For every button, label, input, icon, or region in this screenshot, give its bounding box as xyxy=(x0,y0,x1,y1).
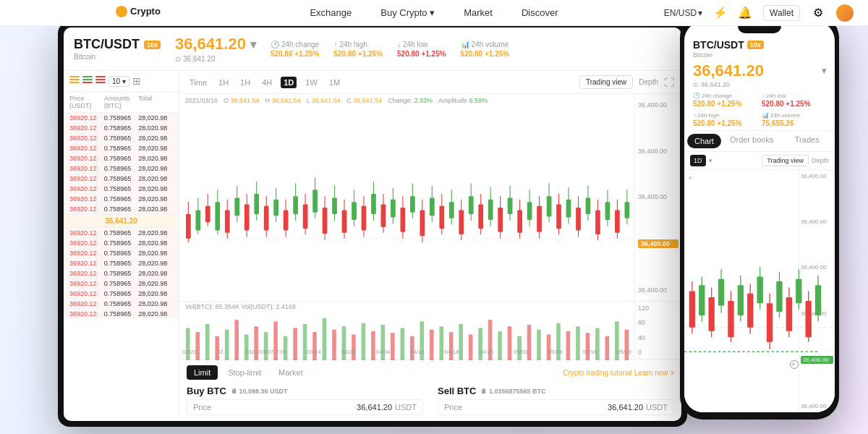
price-sub: ⊙36,641.20 xyxy=(175,55,256,63)
time-btn-1m[interactable]: 1M xyxy=(326,77,343,88)
orderbook-rows: 36920.120.75896528,020.9836920.120.75896… xyxy=(64,113,179,421)
stat-high-label: ↑ 24h high xyxy=(333,41,383,48)
stat-high-value: 520.80 +1.25% xyxy=(333,50,383,58)
table-row[interactable]: 36920.120.75896528,020.98 xyxy=(64,278,179,289)
phone-depth-btn[interactable]: Depth xyxy=(812,157,829,164)
tablet-device: BTC/USDT 10x Bitcoin 36,641.20 ▾ ⊙36,641… xyxy=(58,22,687,427)
table-row[interactable]: 36920.120.75896528,020.98 xyxy=(64,299,179,309)
time-btn-4h[interactable]: 4H xyxy=(259,77,275,88)
fullscreen-icon[interactable]: ⛶ xyxy=(664,77,674,88)
ob-header-amount: Amounts(BTC) xyxy=(104,95,139,109)
ob-both-icon[interactable] xyxy=(69,76,80,86)
time-btn-time[interactable]: Time xyxy=(187,77,210,88)
buy-price-input[interactable]: Price 36,641.20 USDT xyxy=(187,399,423,415)
phone-content: BTC/USDT 10x Bitcoin 36,641.20 ▾ ⊙36,641… xyxy=(684,33,835,412)
chart-low: L 36,641.54 xyxy=(307,97,341,104)
coin-name: Bitcoin xyxy=(74,53,161,61)
chart-open: O 36,641.54 xyxy=(224,97,260,104)
nav-item-market[interactable]: Market xyxy=(464,7,493,18)
stat-volume-label: 📊 24h volume xyxy=(461,41,510,48)
volume-area: Vol(BTC): 65.354K Vol(USDT): 2.4168 120 … xyxy=(179,301,681,359)
phone-stat-volume: 📊 24h volume 75,655.26 xyxy=(762,112,826,127)
ob-depth-select[interactable]: 10 ▾ xyxy=(109,76,129,87)
table-row[interactable]: 36920.120.75896528,020.98 xyxy=(64,174,179,184)
table-row[interactable]: 36920.120.75896528,020.98 xyxy=(64,204,179,214)
time-btn-1d[interactable]: 1D xyxy=(281,77,297,88)
stat-volume-value: 520.80 +1.25% xyxy=(461,50,510,58)
chart-close: C 36,641.54 xyxy=(346,97,382,104)
phone-header: BTC/USDT 10x Bitcoin 36,641.20 ▾ ⊙36,641… xyxy=(684,33,835,131)
language-selector[interactable]: EN/USD ▾ xyxy=(664,8,702,18)
table-row[interactable]: 36920.120.75896528,020.98 xyxy=(64,228,179,238)
time-btn-1w[interactable]: 1W xyxy=(302,77,320,88)
chart-panel: Time 1H 1H 4H 1D 1W 1M Trading view Dept… xyxy=(179,71,681,421)
stat-change-label: 🕐 24h change xyxy=(271,41,320,48)
table-row[interactable]: 36920.120.75896528,020.98 xyxy=(64,248,179,258)
phone-tab-trades[interactable]: Trades xyxy=(779,131,835,151)
table-row[interactable]: 36920.120.75896528,020.98 xyxy=(64,268,179,278)
table-row[interactable]: 36920.120.75896528,020.98 xyxy=(64,153,179,163)
trade-tab-stop-limit[interactable]: Stop-limit xyxy=(221,365,268,380)
tablet-body: 10 ▾ ⊞ Price(USDT) Amounts(BTC) Total 36… xyxy=(64,71,681,421)
ob-sell-icon[interactable] xyxy=(95,76,106,86)
depth-button[interactable]: Depth xyxy=(639,78,658,86)
phone-stat-low: ↓ 24h low 520.80 +1.25% xyxy=(762,93,826,108)
table-row[interactable]: 36920.120.75896528,020.98 xyxy=(64,163,179,174)
ob-buy-icon[interactable] xyxy=(82,76,93,86)
lightning-icon[interactable]: ⚡ xyxy=(714,7,727,20)
buy-title: Buy BTC 🖥 10,098.36 USDT xyxy=(187,386,423,396)
phone-time-controls: 1D ▾ Trading view Depth xyxy=(684,152,835,170)
phone-stat-volume-value: 75,655.26 xyxy=(762,119,826,127)
phone-screen: BTC/USDT 10x Bitcoin 36,641.20 ▾ ⊙36,641… xyxy=(684,22,835,412)
chart-right-controls: Trading view Depth ⛶ xyxy=(579,75,674,89)
wallet-button[interactable]: Wallet xyxy=(763,5,800,21)
table-row[interactable]: 36920.120.75896528,020.98 xyxy=(64,238,179,248)
phone-time-dropdown-arrow[interactable]: ▾ xyxy=(709,157,712,164)
table-row[interactable]: 36920.120.75896528,020.98 xyxy=(64,309,179,319)
phone-tab-chart[interactable]: Chart xyxy=(687,134,721,148)
nav-item-discover[interactable]: Discover xyxy=(522,7,558,18)
tutorial-link[interactable]: Crypto trading tutorial Learn now > xyxy=(563,369,674,377)
phone-time-btn-1d[interactable]: 1D xyxy=(690,155,706,166)
settings-icon[interactable]: ⚙ xyxy=(812,7,825,20)
order-book-panel: 10 ▾ ⊞ Price(USDT) Amounts(BTC) Total 36… xyxy=(64,71,179,421)
table-row[interactable]: 36920.120.75896528,020.98 xyxy=(64,123,179,133)
trade-tab-limit[interactable]: Limit xyxy=(187,365,218,380)
phone-stat-volume-label: 📊 24h volume xyxy=(762,112,826,119)
price-section: 36,641.20 ▾ ⊙36,641.20 xyxy=(175,35,256,63)
trade-panel: Limit Stop-limit Market Crypto trading t… xyxy=(179,359,681,421)
chart-change: Change: 2.33% xyxy=(388,97,433,104)
time-btn-1h-2[interactable]: 1H xyxy=(237,77,253,88)
table-row[interactable]: 36920.120.75896528,020.98 xyxy=(64,289,179,299)
phone-stats: 🕐 24h change 520.80 +1.25% ↓ 24h low 520… xyxy=(693,93,826,127)
candlestick-chart: 2021/03/16 O 36,641.54 H 36,641.54 L 36,… xyxy=(179,94,681,301)
table-row[interactable]: 36920.120.75896528,020.98 xyxy=(64,113,179,123)
stat-volume: 📊 24h volume 520.80 +1.25% xyxy=(461,41,510,58)
stat-high: ↑ 24h high 520.80 +1.25% xyxy=(333,41,383,58)
svg-text:Crypto: Crypto xyxy=(130,6,161,17)
sell-title: Sell BTC 🖥 1.0356875565 BTC xyxy=(438,386,674,396)
phone-coin-name: Bitcoin xyxy=(693,51,826,59)
trading-view-button[interactable]: Trading view xyxy=(579,75,633,89)
sell-price-input[interactable]: Price 36,641.20 USDT xyxy=(438,399,674,415)
user-avatar[interactable] xyxy=(836,4,854,22)
nav-item-exchange[interactable]: Exchange xyxy=(310,7,352,18)
table-row[interactable]: 36920.120.75896528,020.98 xyxy=(64,258,179,268)
phone-crosshair[interactable] xyxy=(790,360,799,369)
phone-trading-view-btn[interactable]: Trading view xyxy=(762,155,809,166)
nav-item-buy-crypto[interactable]: Buy Crypto ▾ xyxy=(380,7,435,18)
chart-amplitude: Amplitude 6.59% xyxy=(438,97,488,104)
orderbook-mid-price: 36,641.20 xyxy=(64,214,179,228)
table-row[interactable]: 36920.120.75896528,020.98 xyxy=(64,133,179,143)
nav-logo: Crypto xyxy=(116,4,174,22)
sell-balance: 🖥 1.0356875565 BTC xyxy=(480,388,545,395)
table-row[interactable]: 36920.120.75896528,020.98 xyxy=(64,184,179,194)
phone-tab-orderbooks[interactable]: Order books xyxy=(724,131,780,151)
bell-icon[interactable]: 🔔 xyxy=(739,7,752,20)
table-row[interactable]: 36920.120.75896528,020.98 xyxy=(64,143,179,153)
phone-stat-high-label: ↑ 24h high xyxy=(693,112,757,119)
table-row[interactable]: 36920.120.75896528,020.98 xyxy=(64,194,179,204)
trade-tab-market[interactable]: Market xyxy=(271,365,310,380)
time-btn-1h-1[interactable]: 1H xyxy=(216,77,231,88)
ob-settings-icon[interactable]: ⊞ xyxy=(132,75,141,87)
